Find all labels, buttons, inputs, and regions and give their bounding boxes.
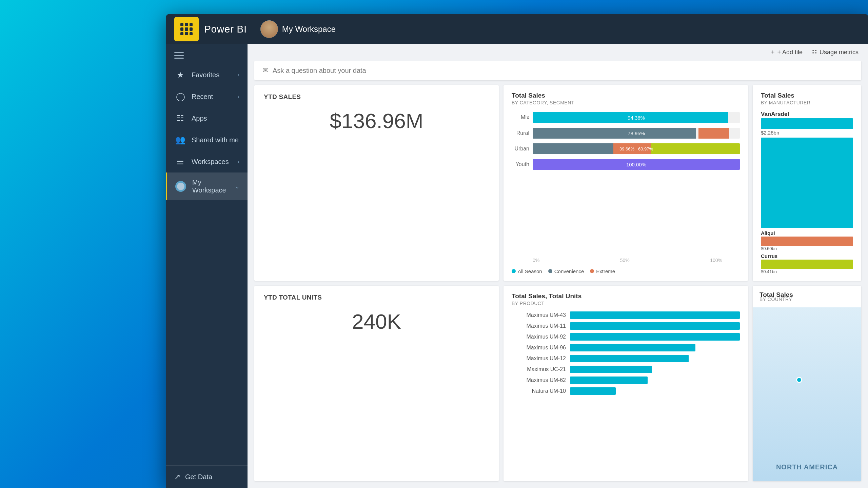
hamburger-icon: [174, 52, 239, 59]
mfr-value-aliqui: $0.60bn: [761, 246, 853, 251]
legend-extreme: Extreme: [590, 268, 615, 274]
sidebar-item-shared[interactable]: 👥 Shared with me: [166, 129, 248, 151]
waffle-button[interactable]: [174, 17, 199, 41]
segment-chart-subtitle: BY CATEGORY, SEGMENT: [512, 100, 740, 105]
usage-metrics-button[interactable]: ☷ Usage metrics: [812, 49, 859, 56]
sidebar-shared-label: Shared with me: [192, 136, 239, 144]
product-row-7: Natura UM-10: [512, 387, 740, 395]
qa-input[interactable]: [273, 67, 853, 75]
product-row-2: Maximus UM-92: [512, 333, 740, 341]
product-card: Total Sales, Total Units BY PRODUCT Maxi…: [504, 286, 748, 482]
sidebar-item-workspaces[interactable]: ⚌ Workspaces ›: [166, 151, 248, 172]
manufacturer-card: Total Sales BY MANUFACTURER VanArsdel $2…: [753, 85, 861, 281]
get-data-button[interactable]: ↗ Get Data: [174, 472, 239, 481]
product-row-1: Maximus UM-11: [512, 322, 740, 330]
kpi-ytd-units-title: YTD Total Units: [264, 294, 489, 301]
workspace-icon: ⚌: [175, 157, 185, 166]
topbar: Power BI My Workspace: [166, 14, 868, 44]
bar-track-rural: 78.95%: [533, 128, 740, 139]
chart-icon: ☷: [812, 49, 817, 56]
mfr-label-aliqui: Aliqui: [761, 230, 853, 236]
add-tile-button[interactable]: + + Add tile: [771, 49, 803, 56]
bar-row-mix: Mix 94.36%: [512, 112, 740, 123]
kpi-ytd-sales: YTD Sales $136.96M: [254, 85, 499, 281]
mfr-subtitle: BY MANUFACTURER: [761, 100, 853, 105]
mfr-value-currus: $0.41bn: [761, 269, 853, 274]
app-window: Power BI My Workspace ★ Favorites ›: [166, 14, 868, 488]
grid-icon: ☷: [175, 114, 185, 123]
segment-chart-title: Total Sales: [512, 92, 740, 99]
bar-text-mix: 94.36%: [533, 112, 740, 123]
plus-icon: +: [771, 49, 775, 56]
product-label-2: Maximus UM-92: [512, 334, 566, 340]
product-subtitle: BY PRODUCT: [512, 301, 740, 306]
bar-label-urban: Urban: [512, 146, 529, 152]
bar-label-rural: Rural: [512, 130, 529, 136]
sidebar-footer: ↗ Get Data: [166, 465, 248, 488]
bar-track-youth: 100.00%: [533, 159, 740, 170]
product-row-3: Maximus UM-96: [512, 344, 740, 351]
axis-0: 0%: [533, 258, 539, 263]
mfr-large-bar: [761, 138, 853, 228]
hamburger-button[interactable]: [166, 47, 248, 64]
legend-label-convenience: Convenience: [554, 268, 584, 274]
map-header: Total Sales BY COUNTRY: [753, 286, 861, 307]
mfr-bar-vanarsdel: VanArsdel $2.28bn: [761, 111, 853, 136]
qa-bar[interactable]: ✉: [254, 61, 861, 80]
chevron-right-icon: ›: [238, 159, 239, 165]
bar-text-urban: 39.66% 60.97%: [533, 143, 740, 154]
product-label-6: Maximus UM-62: [512, 377, 566, 383]
mfr-label-currus: Currus: [761, 253, 853, 259]
legend-dot-convenience: [548, 269, 552, 273]
map-body: NORTH AMERICA: [753, 307, 861, 482]
bar-track-mix: 94.36%: [533, 112, 740, 123]
kpi-ytd-sales-value: $136.96M: [264, 109, 489, 133]
sidebar-recent-label: Recent: [192, 93, 232, 101]
map-card: Total Sales BY COUNTRY NORTH AMERICA: [753, 286, 861, 482]
mfr-value-vanarsdel: $2.28bn: [761, 130, 853, 136]
sidebar-item-favorites[interactable]: ★ Favorites ›: [166, 64, 248, 86]
map-subtitle: BY COUNTRY: [760, 297, 854, 302]
product-label-1: Maximus UM-11: [512, 323, 566, 329]
chart-legend: All Season Convenience Extreme: [512, 268, 740, 274]
topbar-user[interactable]: My Workspace: [260, 20, 336, 38]
get-data-label: Get Data: [185, 473, 212, 481]
chevron-right-icon: ›: [238, 72, 239, 78]
product-fill-6: [570, 377, 648, 384]
bar-track-urban: 39.66% 60.97%: [533, 143, 740, 154]
bar-text-rural: 78.95%: [533, 128, 740, 139]
person-share-icon: 👥: [175, 135, 185, 145]
product-fill-0: [570, 311, 740, 319]
chevron-down-icon: ⌄: [235, 183, 239, 190]
product-bars: Maximus UM-43 Maximus UM-11 Maximus UM-9…: [512, 311, 740, 475]
kpi-ytd-units-value: 240K: [264, 309, 489, 333]
sidebar-item-recent[interactable]: ◯ Recent ›: [166, 86, 248, 107]
product-row-4: Maximus UM-12: [512, 355, 740, 362]
product-title: Total Sales, Total Units: [512, 292, 740, 300]
legend-dot-all-season: [512, 269, 516, 273]
product-fill-2: [570, 333, 740, 341]
sidebar: ★ Favorites › ◯ Recent › ☷ Apps 👥 Shared…: [166, 44, 248, 488]
app-title: Power BI: [204, 23, 247, 35]
axis-100: 100%: [710, 258, 722, 263]
mfr-bar-currus: Currus $0.41bn: [761, 253, 853, 274]
bar-label-youth: Youth: [512, 161, 529, 167]
bar-row-urban: Urban 39.66% 60.97%: [512, 143, 740, 154]
avatar-face: [260, 20, 278, 38]
sidebar-item-my-workspace[interactable]: My Workspace ⌄: [166, 172, 248, 200]
legend-label-extreme: Extreme: [596, 268, 615, 274]
legend-dot-extreme: [590, 269, 594, 273]
legend-all-season: All Season: [512, 268, 542, 274]
product-row-5: Maximus UC-21: [512, 366, 740, 373]
mfr-fill-aliqui: [761, 237, 853, 246]
clock-icon: ◯: [175, 92, 185, 101]
total-sales-segment-card: Total Sales BY CATEGORY, SEGMENT Mix 94.…: [504, 85, 748, 281]
kpi-ytd-units: YTD Total Units 240K: [254, 286, 499, 482]
star-icon: ★: [175, 70, 185, 80]
avatar: [260, 20, 278, 38]
dashboard: ✉ YTD Sales $136.96M Total Sales BY CATE…: [248, 61, 868, 488]
product-row-0: Maximus UM-43: [512, 311, 740, 319]
chat-icon: ✉: [262, 66, 269, 75]
sidebar-item-apps[interactable]: ☷ Apps: [166, 107, 248, 129]
usage-metrics-label: Usage metrics: [820, 49, 859, 56]
